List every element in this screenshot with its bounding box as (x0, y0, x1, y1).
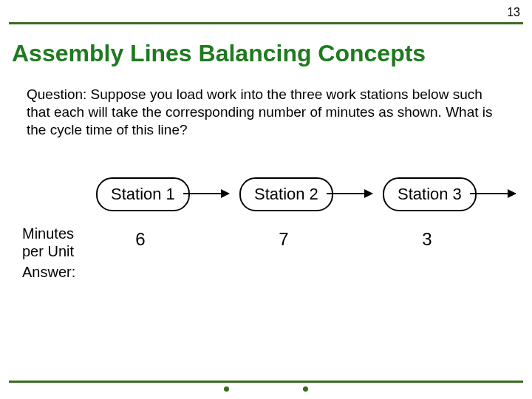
answer-label: Answer: (22, 263, 75, 281)
question-text: Question: Suppose you load work into the… (27, 86, 502, 138)
station-diagram: Station 1 Station 2 Station 3 Minutes pe… (0, 177, 532, 288)
dot-icon (303, 386, 308, 392)
station-3-minutes: 3 (412, 229, 442, 250)
station-1-box: Station 1 (96, 177, 190, 211)
station-1-minutes: 6 (126, 229, 155, 250)
station-3-box: Station 3 (383, 177, 477, 211)
top-divider (9, 22, 523, 24)
page-number: 13 (507, 6, 520, 19)
minutes-per-unit-label: Minutes per Unit (22, 225, 89, 260)
arrow-icon (183, 193, 229, 194)
station-2-minutes: 7 (269, 229, 299, 250)
arrow-icon (327, 193, 372, 194)
station-2-box: Station 2 (239, 177, 333, 211)
footer-dots (0, 381, 532, 395)
slide-title: Assembly Lines Balancing Concepts (12, 40, 426, 67)
arrow-icon (470, 193, 516, 194)
dot-icon (224, 386, 229, 392)
